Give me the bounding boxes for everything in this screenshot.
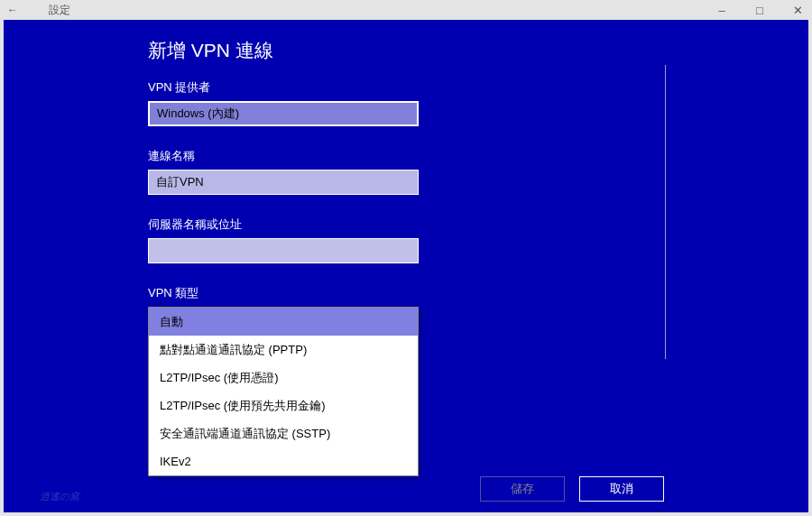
- close-icon[interactable]: ✕: [790, 4, 805, 17]
- dialog-title: 新增 VPN 連線: [148, 38, 808, 63]
- minimize-icon[interactable]: –: [715, 4, 729, 17]
- dropdown-vpn-type[interactable]: 自動 點對點通道通訊協定 (PPTP) L2TP/IPsec (使用憑證) L2…: [148, 307, 419, 476]
- option-auto[interactable]: 自動: [149, 308, 418, 336]
- dialog-buttons: 儲存 取消: [480, 476, 664, 502]
- option-l2tp-cert[interactable]: L2TP/IPsec (使用憑證): [149, 364, 418, 392]
- label-server-address: 伺服器名稱或位址: [148, 217, 808, 233]
- select-vpn-provider[interactable]: Windows (內建): [148, 101, 419, 126]
- field-server-address: 伺服器名稱或位址: [148, 217, 808, 263]
- window-title: 設定: [49, 3, 70, 18]
- option-sstp[interactable]: 安全通訊端通道通訊協定 (SSTP): [149, 419, 418, 447]
- vpn-dialog: 新增 VPN 連線 VPN 提供者 Windows (內建) 連線名稱 自訂VP…: [4, 20, 808, 512]
- window-buttons: – □ ✕: [715, 4, 805, 17]
- label-vpn-type: VPN 類型: [148, 285, 808, 301]
- titlebar: ← 設定 – □ ✕: [0, 0, 812, 20]
- input-connection-name[interactable]: 自訂VPN: [148, 170, 419, 195]
- option-ikev2[interactable]: IKEv2: [149, 447, 418, 475]
- label-connection-name: 連線名稱: [148, 148, 808, 164]
- label-vpn-provider: VPN 提供者: [148, 79, 808, 96]
- maximize-icon[interactable]: □: [752, 4, 767, 17]
- field-vpn-provider: VPN 提供者 Windows (內建): [148, 79, 808, 126]
- select-vpn-provider-value: Windows (內建): [157, 106, 239, 122]
- back-icon[interactable]: ←: [7, 4, 23, 16]
- field-vpn-type: VPN 類型 自動 點對點通道通訊協定 (PPTP) L2TP/IPsec (使…: [148, 285, 808, 476]
- option-l2tp-psk[interactable]: L2TP/IPsec (使用預先共用金鑰): [149, 392, 418, 419]
- save-button[interactable]: 儲存: [480, 476, 565, 502]
- input-connection-name-value: 自訂VPN: [156, 174, 204, 190]
- cancel-button[interactable]: 取消: [579, 476, 664, 502]
- input-server-address[interactable]: [148, 238, 419, 263]
- option-pptp[interactable]: 點對點通道通訊協定 (PPTP): [149, 336, 418, 364]
- field-connection-name: 連線名稱 自訂VPN: [148, 148, 808, 195]
